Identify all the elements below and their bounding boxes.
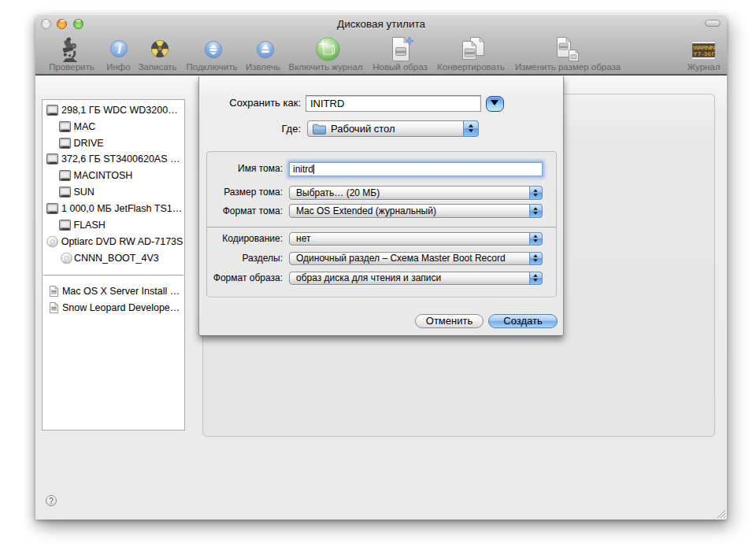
- svg-text:Y7-36Г: Y7-36Г: [693, 50, 715, 57]
